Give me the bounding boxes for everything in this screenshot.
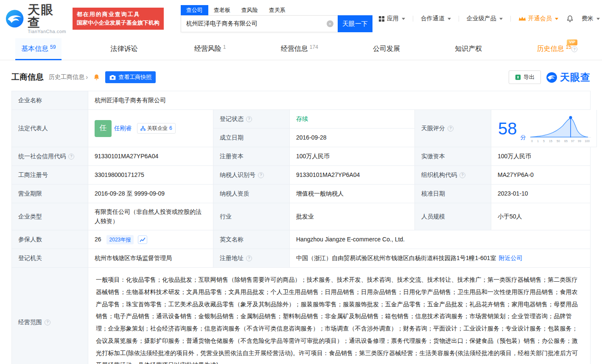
table-row: 法定代表人 任 任刚睿 关联企业 6 登记状态? 存续 天眼评分? 58	[12, 110, 591, 147]
field-label-tyc-score: 天眼评分?	[415, 110, 491, 147]
menu-partner-label: 合作通道	[421, 15, 445, 22]
brand-name: 天眼查	[28, 3, 67, 29]
search-tab-company[interactable]: 查公司	[181, 5, 208, 15]
field-label-reg-capital: 注册资本	[213, 147, 290, 166]
brand-domain: TianYanCha.com	[28, 29, 67, 34]
field-label-staff: 人员规模	[415, 203, 491, 230]
view-business-snapshot-button[interactable]: 查看工商快照	[105, 71, 156, 83]
staff-value: 小于50人	[491, 203, 591, 230]
search-tabs: 查公司 查老板 查风险 查关系	[181, 5, 372, 15]
top-menu: 应用 合作通道 企业级产品 开通会员 费米	[378, 15, 600, 23]
help-icon[interactable]: ?	[246, 255, 252, 261]
field-label-authority: 登记机关	[12, 249, 88, 268]
promo-line1: 都在用的商业查询工具	[77, 10, 160, 19]
table-row: 营业期限 2016-09-28 至 9999-09-09 纳税人资质 增值税一般…	[12, 185, 591, 203]
tab-count: 1	[223, 44, 226, 50]
field-label-address: 注册地址?	[213, 249, 290, 268]
help-icon[interactable]: ?	[448, 126, 454, 132]
credit-code-value: 91330101MA27YP6A04	[88, 147, 213, 166]
camera-icon	[109, 75, 116, 80]
table-row: 参保人数 26 2023年报 英文名称 Hangzhou Jiangze E-c…	[12, 230, 591, 249]
tab-basic-info[interactable]: 基本信息 59	[15, 38, 62, 60]
menu-enterprise[interactable]: 企业级产品	[467, 15, 503, 22]
business-info-table: 企业名称 杭州匠泽电子商务有限公司 法定代表人 任 任刚睿 关联企业 6 登记状…	[11, 91, 591, 364]
legal-rep-avatar[interactable]: 任	[95, 120, 112, 137]
svg-text:97: 97	[571, 140, 574, 143]
caret-down-icon	[402, 18, 405, 20]
menu-enterprise-label: 企业级产品	[467, 15, 496, 22]
help-icon[interactable]: ?	[258, 172, 264, 178]
legal-rep-cell: 任 任刚睿 关联企业 6	[88, 110, 213, 147]
field-label-insured: 参保人数	[12, 230, 88, 249]
related-companies-label: 关联企业	[147, 124, 168, 132]
trend-chart-icon[interactable]	[138, 235, 147, 244]
search-tab-relation[interactable]: 查关系	[263, 5, 291, 15]
tab-operation-risk[interactable]: 经营风险 1	[188, 38, 232, 60]
address-cell: 中国（浙江）自由贸易试验区杭州市钱塘区白杨街道科技园路1号1幢1-601室 附近…	[290, 249, 591, 268]
search-button[interactable]: 天眼一下	[338, 15, 372, 32]
score-unit: 分	[521, 133, 526, 142]
svg-text:100: 100	[585, 140, 590, 143]
related-companies-count: 6	[169, 124, 172, 132]
tab-legal[interactable]: 法律诉讼	[105, 38, 146, 60]
tab-company-development[interactable]: 公司发展	[367, 38, 406, 60]
menu-vip-label: 开通会员	[528, 15, 552, 22]
annual-report-tag[interactable]: 2023年报	[106, 235, 134, 245]
table-row: 企业类型 有限责任公司（非自然人投资或控股的法人独资） 行业 批发业 人员规模 …	[12, 203, 591, 230]
tab-label: 历史信息	[537, 45, 564, 53]
notice-bell-icon[interactable]	[93, 74, 100, 81]
tyc-score-cell: 58 分 0 1 5 15 50 65 97 99 100	[491, 110, 597, 147]
export-button[interactable]: 导出	[509, 70, 541, 84]
legal-rep-name-link[interactable]: 任刚睿	[114, 124, 132, 133]
table-row: 企业名称 杭州匠泽电子商务有限公司	[12, 91, 591, 110]
insured-cell: 26 2023年报	[88, 230, 213, 249]
help-icon[interactable]: ?	[68, 154, 74, 160]
nearby-companies-link[interactable]: 附近公司	[498, 254, 522, 263]
field-label-org-code: 组织机构代码?	[415, 166, 491, 185]
tab-label: 法律诉讼	[111, 45, 138, 53]
help-icon[interactable]: ?	[45, 319, 50, 325]
table-row: 经营范围? 一般项目：化妆品零售；化妆品批发；互联网销售（除销售需要许可的商品）…	[12, 268, 591, 364]
table-row: 登记机关 杭州市钱塘区市场监督管理局 注册地址? 中国（浙江）自由贸易试验区杭州…	[12, 249, 591, 268]
field-label-taxpayer-type: 纳税人资质	[213, 185, 290, 203]
notification-bell[interactable]	[566, 15, 574, 23]
help-icon[interactable]: ?	[459, 172, 465, 178]
snapshot-button-label: 查看工商快照	[118, 73, 151, 81]
org-code-value: MA27YP6A-0	[491, 166, 591, 185]
tab-label: 经营信息	[281, 45, 308, 53]
industry-value: 批发业	[290, 203, 415, 230]
related-companies-tag[interactable]: 关联企业 6	[137, 123, 176, 134]
export-button-label: 导出	[524, 73, 535, 81]
tab-count: 174	[310, 44, 318, 50]
insured-value: 26	[95, 235, 101, 244]
tab-intellectual-property[interactable]: 知识产权	[449, 38, 488, 60]
clear-search-icon[interactable]: ×	[327, 20, 333, 27]
search-tab-boss[interactable]: 查老板	[208, 5, 236, 15]
menu-partner[interactable]: 合作通道	[421, 15, 451, 22]
field-label-scope: 经营范围?	[12, 268, 88, 364]
tab-label: 知识产权	[455, 45, 482, 53]
excel-icon	[515, 74, 521, 80]
table-row: 统一社会信用代码? 91330101MA27YP6A04 注册资本 100万人民…	[12, 147, 591, 166]
search-tab-risk[interactable]: 查风险	[236, 5, 263, 15]
field-label-establish-date: 成立日期	[213, 129, 290, 147]
menu-divider	[510, 16, 511, 22]
history-business-info-link[interactable]: 历史工商信息 ›	[49, 73, 88, 81]
menu-vip[interactable]: 开通会员	[518, 15, 558, 22]
tianyancha-eye-icon	[546, 72, 557, 83]
help-icon[interactable]: ?	[571, 46, 577, 52]
tab-count: 59	[50, 44, 56, 50]
section-title: 工商信息	[11, 72, 44, 83]
address-value: 中国（浙江）自由贸易试验区杭州市钱塘区白杨街道科技园路1号1幢1-601室	[296, 254, 496, 263]
field-label-en-name: 英文名称	[213, 230, 290, 249]
bell-icon	[566, 15, 574, 23]
menu-user-label: 费米	[582, 15, 594, 22]
search-input[interactable]	[181, 15, 338, 32]
menu-apps[interactable]: 应用	[378, 15, 405, 22]
tianyancha-logo[interactable]: 天眼查 TianYanCha.com	[5, 3, 67, 34]
tab-operation-info[interactable]: 经营信息 174	[275, 38, 324, 60]
tab-history-info[interactable]: VIP 历史信息 15 ?	[531, 38, 583, 60]
menu-user[interactable]: 费米	[582, 15, 600, 22]
svg-text:0: 0	[531, 140, 533, 143]
help-icon[interactable]: ?	[246, 116, 252, 122]
